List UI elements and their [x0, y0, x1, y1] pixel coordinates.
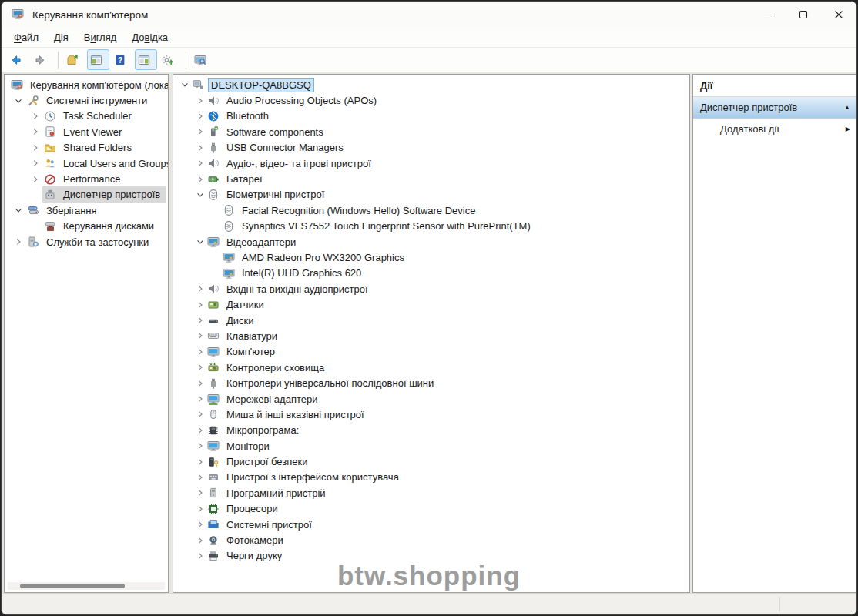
- chevron-right-icon[interactable]: [193, 504, 207, 514]
- tree-item-label[interactable]: Фотокамери: [223, 533, 287, 547]
- actions-group-device-manager[interactable]: Диспетчер пристроїв ▲: [693, 97, 856, 119]
- tree-item[interactable]: Performance: [42, 171, 126, 187]
- chevron-right-icon[interactable]: [193, 519, 207, 530]
- chevron-right-icon[interactable]: [193, 409, 207, 420]
- horizontal-scrollbar[interactable]: [8, 582, 165, 590]
- tree-item[interactable]: Зберігання: [25, 203, 103, 219]
- tree-item[interactable]: Системні інструменти: [25, 92, 153, 109]
- tree-item-label[interactable]: Пристрої з інтерфейсом користувача: [223, 470, 402, 484]
- chevron-down-icon[interactable]: [193, 236, 207, 247]
- tree-item-label[interactable]: Мікропрограма:: [223, 423, 302, 437]
- minimize-button[interactable]: [750, 2, 786, 28]
- tree-item-label[interactable]: Системні пристрої: [223, 517, 315, 532]
- forward-button[interactable]: [31, 49, 53, 70]
- tree-item[interactable]: Local Users and Groups: [42, 156, 169, 172]
- chevron-right-icon[interactable]: [193, 142, 207, 153]
- tree-item-label[interactable]: USB Connector Managers: [223, 140, 347, 155]
- tree-item-label[interactable]: AMD Radeon Pro WX3200 Graphics: [239, 250, 407, 265]
- tree-item-label[interactable]: Комп'ютер: [223, 344, 278, 359]
- tree-item-label[interactable]: Керування комп'ютером (лока: [27, 78, 169, 92]
- tree-item-label[interactable]: Local Users and Groups: [60, 156, 169, 171]
- chevron-up-icon[interactable]: ▲: [844, 104, 850, 111]
- tree-item-label[interactable]: Performance: [60, 172, 123, 186]
- tree-item[interactable]: 23Shared Folders: [42, 139, 138, 156]
- chevron-right-icon[interactable]: [193, 283, 207, 294]
- chevron-right-icon[interactable]: [193, 551, 207, 561]
- tree-item-label[interactable]: Shared Folders: [60, 140, 135, 155]
- chevron-right-icon[interactable]: [28, 174, 42, 185]
- tree-item-label[interactable]: Intel(R) UHD Graphics 620: [239, 266, 364, 280]
- chevron-right-icon[interactable]: [193, 95, 207, 106]
- chevron-right-icon[interactable]: [193, 457, 207, 467]
- maximize-button[interactable]: [786, 2, 821, 28]
- menu-file[interactable]: Файл: [6, 29, 46, 45]
- tree-item-label[interactable]: Біометричні пристрої: [223, 187, 327, 202]
- export-list-button[interactable]: [63, 49, 85, 70]
- chevron-right-icon[interactable]: [193, 346, 207, 357]
- tree-item[interactable]: Керування комп'ютером (лока: [9, 77, 169, 93]
- tree-item-label[interactable]: Audio Processing Objects (APOs): [223, 93, 380, 108]
- chevron-right-icon[interactable]: [193, 393, 207, 404]
- chevron-down-icon[interactable]: [12, 205, 25, 216]
- tree-item-label[interactable]: Відеоадаптери: [223, 235, 299, 249]
- tree-item[interactable]: Служби та застосунки: [25, 234, 155, 250]
- chevron-right-icon[interactable]: [193, 158, 207, 169]
- menu-help[interactable]: Довідка: [124, 29, 176, 45]
- show-action-pane-button[interactable]: [135, 49, 157, 70]
- chevron-right-icon[interactable]: [193, 378, 207, 389]
- scan-hardware-button[interactable]: [191, 49, 213, 70]
- tree-item-label[interactable]: Зберігання: [43, 203, 100, 218]
- tree-item-label[interactable]: Контролери сховища: [223, 360, 327, 375]
- tree-item-label[interactable]: Датчики: [223, 297, 267, 312]
- chevron-down-icon[interactable]: [193, 189, 207, 200]
- tree-item-label[interactable]: Системні інструменти: [43, 93, 150, 108]
- close-button[interactable]: [821, 2, 856, 28]
- chevron-right-icon[interactable]: [193, 315, 207, 326]
- help-button[interactable]: ?: [111, 49, 133, 70]
- menu-action[interactable]: Дія: [46, 29, 76, 45]
- tree-item-label[interactable]: Процесори: [223, 501, 281, 516]
- chevron-right-icon[interactable]: [12, 236, 25, 247]
- tree-item-label[interactable]: Миша й інші вказівні пристрої: [223, 407, 367, 422]
- tree-item-label[interactable]: Event Viewer: [60, 125, 125, 139]
- chevron-down-icon[interactable]: [178, 79, 192, 90]
- actions-item-more-actions[interactable]: Додаткові дії ▶: [693, 119, 856, 139]
- tree-item-label[interactable]: Монітори: [223, 439, 273, 454]
- update-driver-button[interactable]: [159, 49, 181, 70]
- chevron-down-icon[interactable]: [12, 95, 25, 106]
- tree-item-label[interactable]: Вхідні та вихідні аудіопристрої: [223, 282, 371, 296]
- chevron-right-icon[interactable]: [193, 174, 207, 185]
- tree-item-label[interactable]: Диспетчер пристроїв: [60, 187, 163, 202]
- chevron-right-icon[interactable]: [193, 472, 207, 483]
- tree-item-label[interactable]: Мережеві адаптери: [223, 392, 320, 407]
- tree-item-label[interactable]: Черги друку: [223, 548, 285, 563]
- tree-item-label[interactable]: Диски: [223, 313, 257, 328]
- tree-item-label[interactable]: Facial Recognition (Windows Hello) Softw…: [239, 203, 478, 218]
- tree-item-label[interactable]: Software components: [223, 125, 327, 139]
- tree-item-label[interactable]: Програмний пристрій: [223, 486, 329, 500]
- tree-item-label[interactable]: Synaptics VFS7552 Touch Fingerprint Sens…: [239, 219, 534, 233]
- chevron-right-icon[interactable]: [28, 126, 42, 137]
- chevron-right-icon[interactable]: [193, 330, 207, 341]
- chevron-right-icon[interactable]: [193, 126, 207, 137]
- tree-item[interactable]: Диспетчер пристроїв: [42, 186, 166, 203]
- tree-item-label[interactable]: Контролери універсальної послідовної шин…: [223, 376, 437, 390]
- chevron-right-icon[interactable]: [28, 111, 42, 122]
- tree-item-label[interactable]: Керування дисками: [60, 219, 157, 233]
- chevron-right-icon[interactable]: [193, 440, 207, 451]
- titlebar[interactable]: Керування комп'ютером: [2, 2, 856, 28]
- tree-item-label[interactable]: Аудіо-, відео- та ігрові пристрої: [223, 156, 374, 171]
- tree-item[interactable]: Event Viewer: [42, 124, 128, 140]
- tree-item-label[interactable]: Bluetooth: [223, 109, 272, 123]
- chevron-right-icon[interactable]: [193, 535, 207, 546]
- scrollbar-thumb[interactable]: [20, 584, 125, 588]
- tree-item-label[interactable]: Пристрої безпеки: [223, 454, 310, 469]
- chevron-right-icon[interactable]: [193, 425, 207, 436]
- chevron-right-icon[interactable]: [193, 487, 207, 498]
- tree-item-label[interactable]: Клавіатури: [223, 329, 280, 343]
- chevron-right-icon[interactable]: [193, 300, 207, 310]
- tree-item[interactable]: Керування дисками: [42, 218, 160, 234]
- tree-item-label[interactable]: DESKTOP-QA8BGSQ: [208, 78, 314, 92]
- back-button[interactable]: [7, 49, 29, 70]
- tree-item-label[interactable]: Task Scheduler: [60, 109, 135, 123]
